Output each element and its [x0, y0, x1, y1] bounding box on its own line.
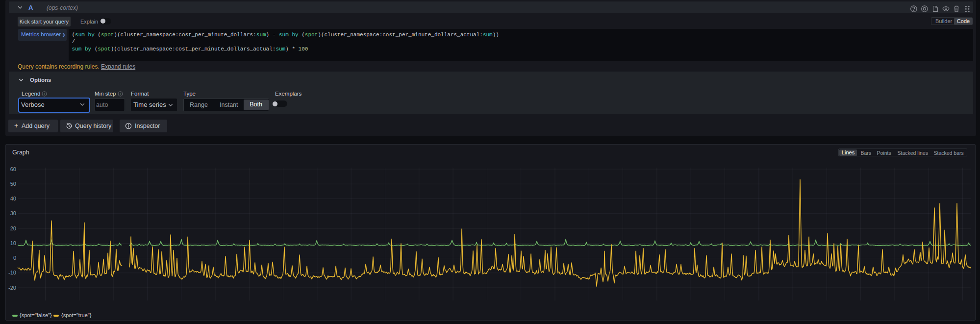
svg-text:50: 50: [10, 181, 16, 187]
svg-text:20: 20: [10, 225, 16, 231]
svg-text:i: i: [44, 92, 45, 96]
svg-text:30: 30: [10, 210, 16, 216]
svg-text:0: 0: [13, 255, 16, 261]
svg-text:-20: -20: [8, 285, 16, 291]
svg-text:i: i: [120, 92, 121, 96]
svg-text:-10: -10: [8, 270, 16, 275]
svg-text:10: 10: [10, 240, 16, 246]
svg-text:40: 40: [10, 196, 16, 201]
svg-text:60: 60: [10, 166, 16, 172]
